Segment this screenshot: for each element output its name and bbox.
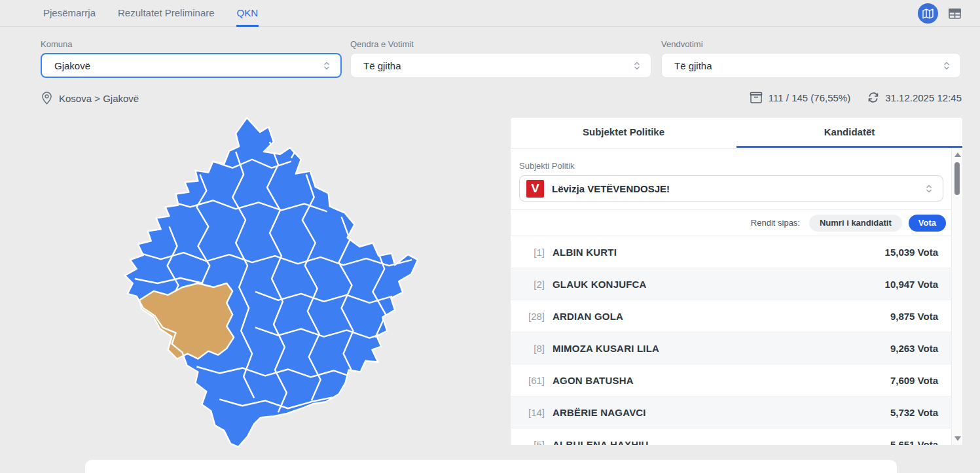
- candidate-name: ARDIAN GOLA: [553, 311, 623, 322]
- candidate-name: ALBULENA HAXHIU: [553, 439, 649, 446]
- candidate-number: [61]: [520, 375, 545, 386]
- location-pin-icon: [41, 92, 52, 105]
- breadcrumb-text: Kosova > Gjakovë: [59, 93, 139, 104]
- chevron-updown-icon: [322, 60, 331, 71]
- tab-subjektet-politike[interactable]: Subjektet Politike: [511, 118, 736, 148]
- candidate-votes: 5,651 Vota: [890, 439, 938, 446]
- party-logo: V: [526, 180, 544, 198]
- top-header: Pjesëmarrja Rezultatet Preliminare QKN: [0, 0, 980, 27]
- candidate-votes: 9,263 Vota: [890, 343, 938, 354]
- candidate-votes: 7,609 Vota: [890, 375, 938, 386]
- filter-label: Komuna: [41, 39, 342, 49]
- scroll-up-arrow[interactable]: [954, 152, 961, 157]
- stats: 111 / 145 (76,55%) 31.12.2025 12:45: [750, 92, 962, 103]
- candidate-name: AGON BATUSHA: [553, 375, 634, 386]
- qendra-select[interactable]: Të gjitha: [350, 53, 651, 78]
- panel-body: Subjekti Politik V Lëvizja VETËVENDOSJE!…: [511, 149, 951, 445]
- table-icon: [949, 9, 961, 19]
- panel-scrollbar[interactable]: [951, 149, 962, 445]
- sort-label: Rendit sipas:: [751, 218, 800, 228]
- candidate-number: [14]: [520, 407, 545, 418]
- refresh-icon: [867, 92, 879, 103]
- candidate-row[interactable]: [8] MIMOZA KUSARI LILA 9,263 Vota: [511, 332, 951, 364]
- chevron-updown-icon: [942, 60, 951, 71]
- candidate-row[interactable]: [28] ARDIAN GOLA 9,875 Vota: [511, 300, 951, 332]
- results-panel: Subjektet Politike Kandidatët Subjekti P…: [511, 118, 962, 445]
- candidate-row[interactable]: [61] AGON BATUSHA 7,609 Vota: [511, 364, 951, 396]
- candidate-number: [1]: [520, 247, 545, 258]
- candidate-name: GLAUK KONJUFCA: [553, 279, 647, 290]
- candidate-number: [28]: [520, 311, 545, 322]
- table-view-button[interactable]: [947, 7, 962, 21]
- filter-qendra-e-votimit: Qendra e Votimit Të gjitha: [350, 39, 651, 78]
- tab-rezultatet-preliminare[interactable]: Rezultatet Preliminare: [117, 0, 215, 27]
- candidate-votes: 5,732 Vota: [890, 407, 938, 418]
- filter-komuna: Komuna Gjakovë: [41, 39, 342, 78]
- subject-value: Lëvizja VETËVENDOSJE!: [552, 183, 670, 194]
- candidate-row[interactable]: [14] ARBËRIE NAGAVCI 5,732 Vota: [511, 396, 951, 429]
- candidate-row[interactable]: [2] GLAUK KONJUFCA 10,947 Vota: [511, 268, 951, 300]
- status-row: Kosova > Gjakovë 111 / 145 (76,55%): [0, 92, 980, 109]
- bottom-card: [85, 460, 897, 473]
- subject-section: Subjekti Politik V Lëvizja VETËVENDOSJE!: [511, 149, 951, 209]
- ballot-box-icon: [750, 92, 763, 103]
- komuna-select[interactable]: Gjakovë: [41, 53, 342, 78]
- breadcrumb: Kosova > Gjakovë: [41, 92, 139, 105]
- map-icon: [922, 9, 934, 19]
- chevron-updown-icon: [924, 183, 934, 194]
- sort-row: Rendit sipas: Numri i kandidatit Vota: [511, 209, 951, 236]
- candidate-number: [8]: [520, 343, 545, 354]
- counted-stat: 111 / 145 (76,55%): [750, 92, 850, 103]
- scrollbar-thumb[interactable]: [954, 162, 960, 195]
- candidate-number: [5]: [520, 439, 545, 446]
- sort-by-votes-button[interactable]: Vota: [909, 215, 946, 232]
- updated-stat: 31.12.2025 12:45: [867, 92, 962, 103]
- candidate-row[interactable]: [5] ALBULENA HAXHIU 5,651 Vota: [511, 429, 951, 445]
- scroll-down-arrow[interactable]: [954, 436, 961, 441]
- candidate-list[interactable]: [1] ALBIN KURTI 15,039 Vota [2] GLAUK KO…: [511, 236, 951, 445]
- filter-label: Vendvotimi: [661, 39, 961, 49]
- candidate-number: [2]: [520, 279, 545, 290]
- filter-label: Qendra e Votimit: [350, 39, 651, 49]
- subject-label: Subjekti Politik: [519, 161, 943, 171]
- candidate-name: ALBIN KURTI: [553, 247, 617, 258]
- filter-vendvotimi: Vendvotimi Të gjitha: [661, 39, 961, 78]
- selected-region-gjakove: [139, 283, 234, 359]
- select-value: Gjakovë: [54, 60, 90, 71]
- kosovo-map[interactable]: [98, 113, 439, 451]
- counted-text: 111 / 145 (76,55%): [769, 92, 850, 103]
- select-value: Të gjitha: [674, 60, 712, 71]
- select-value: Të gjitha: [363, 60, 401, 71]
- candidate-votes: 10,947 Vota: [885, 279, 938, 290]
- chevron-updown-icon: [632, 60, 642, 71]
- view-toggle: [918, 0, 962, 27]
- map-view-button[interactable]: [918, 3, 938, 24]
- main-tabs: Pjesëmarrja Rezultatet Preliminare QKN: [43, 0, 259, 27]
- candidate-votes: 9,875 Vota: [890, 311, 938, 322]
- tab-pjesemarrja[interactable]: Pjesëmarrja: [43, 0, 96, 27]
- tab-qkn[interactable]: QKN: [236, 0, 259, 27]
- subject-select[interactable]: V Lëvizja VETËVENDOSJE!: [519, 175, 943, 201]
- tab-kandidatet[interactable]: Kandidatët: [736, 118, 962, 148]
- candidate-name: MIMOZA KUSARI LILA: [553, 343, 659, 354]
- sort-by-number-button[interactable]: Numri i kandidatit: [809, 215, 902, 232]
- panel-tabs: Subjektet Politike Kandidatët: [511, 118, 962, 149]
- updated-text: 31.12.2025 12:45: [885, 92, 962, 103]
- candidate-votes: 15,039 Vota: [885, 247, 938, 258]
- vendvotimi-select[interactable]: Të gjitha: [661, 53, 961, 78]
- candidate-row[interactable]: [1] ALBIN KURTI 15,039 Vota: [511, 236, 951, 268]
- candidate-name: ARBËRIE NAGAVCI: [553, 407, 646, 418]
